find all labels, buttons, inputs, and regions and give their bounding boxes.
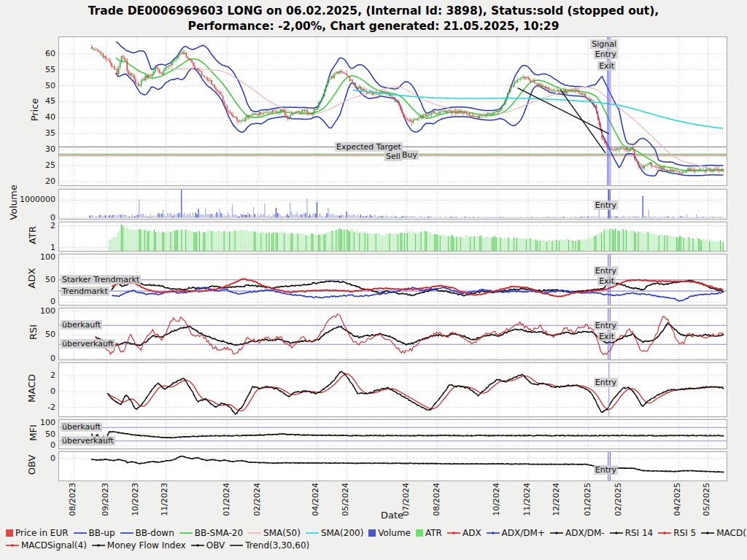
- legend-swatch-icon: [368, 529, 376, 537]
- x-tick-label: 01/2024: [222, 483, 231, 521]
- y-tick-label: 25: [19, 160, 55, 170]
- legend-swatch-icon: [6, 529, 13, 537]
- legend-swatch-icon: [416, 529, 423, 537]
- x-tick-label: 07/2024: [401, 483, 411, 521]
- legend-item: Trend(3,30,60): [230, 540, 309, 551]
- legend-line-icon: [6, 542, 19, 549]
- y-tick-label: 0: [19, 454, 55, 463]
- legend-item: Money Flow Index: [92, 540, 186, 551]
- legend-line-icon: [487, 529, 500, 537]
- legend-line-icon: [179, 529, 193, 537]
- legend-item-label: Price in EUR: [15, 528, 69, 538]
- annotation-überkauft: überkauft: [61, 422, 102, 432]
- obv-plot: [59, 452, 727, 481]
- rsi-plot: [59, 308, 727, 359]
- legend-line-icon: [610, 529, 623, 537]
- legend-item: Price in EUR: [6, 528, 69, 538]
- legend: Price in EURBB-upBB-downBB-SMA-20SMA(50)…: [6, 528, 743, 553]
- x-tick-label: 02/2025: [614, 483, 623, 521]
- legend-line-icon: [550, 529, 563, 537]
- chart-title-line1: Trade DE0006969603 LONG on 06.02.2025, (…: [0, 4, 747, 19]
- legend-line-icon: [120, 529, 133, 537]
- y-tick-label: 60: [19, 49, 55, 58]
- price-plot: [59, 37, 727, 185]
- legend-item: ADX/DM+: [487, 528, 545, 538]
- legend-item-label: SMA(200): [321, 528, 363, 538]
- x-tick-label: 11/2024: [522, 483, 532, 521]
- y-axis-label-obv: OBV: [26, 421, 37, 508]
- legend-item-label: ADX/DM-: [565, 528, 605, 538]
- annotation-überverkauft: überverkauft: [61, 339, 115, 349]
- legend-item: SMA(200): [306, 528, 363, 538]
- mfi-plot: [59, 420, 727, 448]
- annotation-überkauft: überkauft: [61, 320, 102, 330]
- legend-item: OBV: [191, 540, 225, 551]
- legend-row-1: Price in EURBB-upBB-downBB-SMA-20SMA(50)…: [6, 528, 743, 538]
- legend-item-label: SMA(50): [263, 528, 301, 538]
- x-tick-label: 02/2024: [252, 483, 262, 521]
- legend-item: BB-down: [120, 528, 174, 538]
- panel-obv: Entry: [58, 451, 727, 481]
- legend-line-icon: [701, 529, 714, 537]
- annotation-entry: Entry: [594, 201, 618, 210]
- legend-line-icon: [306, 529, 319, 537]
- legend-item-label: BB-down: [136, 528, 174, 538]
- legend-item: RSI 5: [658, 528, 696, 538]
- volume-plot: [59, 190, 727, 219]
- legend-item-label: ATR: [425, 528, 442, 538]
- legend-item: BB-SMA-20: [179, 528, 243, 538]
- legend-line-icon: [230, 542, 243, 549]
- legend-line-icon: [74, 529, 87, 537]
- legend-item: Volume: [368, 528, 411, 538]
- adx-plot: [59, 254, 727, 305]
- panel-price: SignalEntryExitExpected TargetSellBuy: [58, 36, 727, 186]
- x-tick-label: 10/2023: [131, 483, 140, 521]
- annotation-exit: Exit: [597, 332, 616, 341]
- annotation-buy: Buy: [400, 150, 419, 160]
- x-tick-label: 11/2023: [160, 483, 169, 521]
- y-axis-label-price: Price: [29, 66, 40, 153]
- legend-item: ADX/DM-: [550, 528, 605, 538]
- panel-mfi: überkauftüberverkauft: [58, 419, 727, 449]
- y-tick-label: 50: [19, 275, 55, 284]
- annotation-überverkauft: überverkauft: [61, 436, 115, 446]
- panel-atr: [58, 222, 727, 252]
- panel-macd: Entry: [58, 362, 727, 417]
- x-tick-label: 09/2023: [101, 483, 110, 521]
- x-tick-label: 10/2024: [492, 483, 501, 521]
- legend-item-label: Trend(3,30,60): [245, 540, 309, 551]
- legend-item-label: ADX/DM+: [502, 528, 545, 538]
- annotation-expected-target: Expected Target: [335, 142, 403, 152]
- x-axis-label: Date: [58, 510, 726, 521]
- x-tick-label: 01/2025: [583, 483, 592, 521]
- x-tick-label: 04/2025: [673, 483, 682, 521]
- annotation-signal: Signal: [590, 39, 618, 49]
- y-tick-label: 20: [19, 176, 55, 186]
- annotation-trendmarkt: Trendmarkt: [61, 287, 109, 296]
- legend-item: BB-up: [74, 528, 115, 538]
- legend-item-label: Volume: [378, 528, 411, 538]
- legend-item: MACD(5,13): [701, 528, 747, 538]
- x-tick-label: 05/2025: [702, 483, 711, 521]
- x-tick-label: 08/2024: [432, 483, 441, 521]
- annotation-exit: Exit: [597, 61, 616, 71]
- annotation-entry: Entry: [594, 321, 618, 330]
- annotation-exit: Exit: [597, 276, 616, 286]
- x-tick-label: 05/2024: [341, 483, 350, 521]
- panel-adx: EntryExitStarker TrendmarktTrendmarkt: [58, 254, 727, 306]
- legend-item-label: ADX: [462, 528, 481, 538]
- annotation-entry: Entry: [594, 266, 618, 276]
- y-tick-label: 2: [19, 370, 55, 380]
- legend-item-label: MACDSignal(4): [21, 540, 87, 551]
- panel-rsi: EntryExitüberkauftüberverkauft: [58, 308, 727, 360]
- legend-item-label: BB-SMA-20: [195, 528, 243, 538]
- annotation-entry: Entry: [594, 465, 618, 475]
- panel-volume: Entry: [58, 189, 727, 219]
- legend-item-label: RSI 14: [625, 528, 654, 538]
- x-tick-label: 04/2024: [311, 483, 320, 521]
- annotation-entry: Entry: [594, 50, 618, 59]
- legend-item: SMA(50): [248, 528, 301, 538]
- legend-line-icon: [248, 529, 261, 537]
- legend-item-label: Money Flow Index: [107, 540, 186, 551]
- macd-plot: [59, 363, 727, 416]
